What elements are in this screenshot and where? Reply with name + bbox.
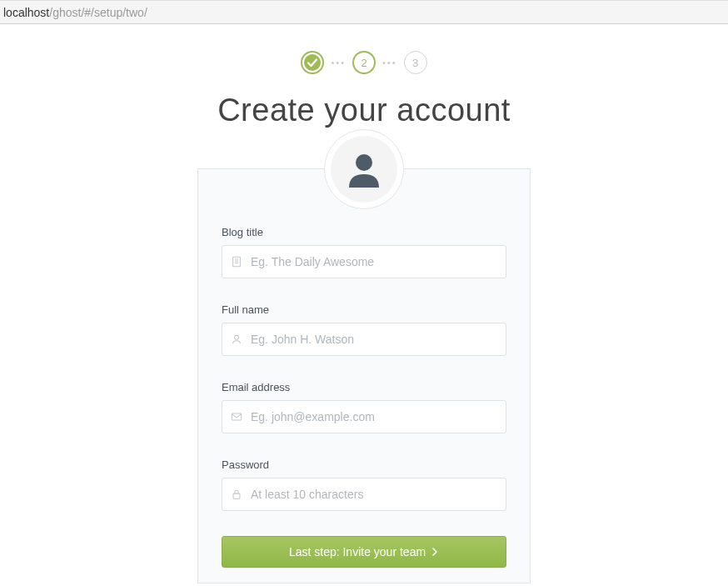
- full-name-label: Full name: [222, 303, 506, 316]
- avatar-upload[interactable]: [324, 129, 404, 209]
- blog-title-input-wrap: [222, 245, 506, 278]
- setup-stepper: ••• 2 ••• 3: [301, 51, 426, 74]
- svg-rect-8: [233, 493, 240, 498]
- email-input-wrap: [222, 400, 506, 433]
- password-group: Password: [222, 458, 506, 511]
- svg-rect-2: [233, 257, 241, 266]
- svg-point-6: [235, 335, 239, 339]
- step-3-inactive: 3: [404, 51, 427, 74]
- address-path: /ghost/#/setup/two/: [49, 6, 147, 19]
- step-separator: •••: [331, 58, 346, 68]
- full-name-group: Full name: [222, 303, 506, 356]
- blog-title-label: Blog title: [222, 226, 506, 238]
- mail-icon: [222, 411, 251, 423]
- user-icon: [222, 333, 251, 345]
- lock-icon: [222, 488, 251, 500]
- person-icon: [342, 148, 386, 191]
- blog-title-input[interactable]: [251, 246, 506, 278]
- chevron-right-icon: [431, 548, 439, 556]
- checkmark-icon: [302, 53, 322, 73]
- svg-point-1: [356, 154, 372, 171]
- password-input[interactable]: [251, 478, 506, 510]
- email-label: Email address: [222, 381, 506, 393]
- step-1-completed: [301, 51, 324, 74]
- step-2-active: 2: [352, 51, 376, 74]
- full-name-input[interactable]: [251, 323, 506, 355]
- avatar-placeholder: [331, 136, 397, 203]
- page-title: Create your account: [217, 93, 511, 128]
- document-icon: [222, 256, 251, 268]
- submit-button[interactable]: Last step: Invite your team: [222, 536, 506, 568]
- email-input[interactable]: [251, 401, 506, 433]
- full-name-input-wrap: [222, 323, 506, 356]
- password-label: Password: [222, 458, 506, 471]
- address-host: localhost: [3, 6, 49, 19]
- password-input-wrap: [222, 478, 506, 511]
- svg-point-0: [303, 53, 322, 72]
- email-group: Email address: [222, 381, 506, 433]
- submit-button-label: Last step: Invite your team: [289, 545, 426, 558]
- blog-title-group: Blog title: [222, 226, 506, 278]
- address-bar[interactable]: localhost/ghost/#/setup/two/: [0, 0, 728, 24]
- step-separator: •••: [382, 58, 397, 68]
- main-content: ••• 2 ••• 3 Create your account Blog tit…: [0, 24, 728, 583]
- account-form-panel: Blog title Full name: [197, 168, 531, 583]
